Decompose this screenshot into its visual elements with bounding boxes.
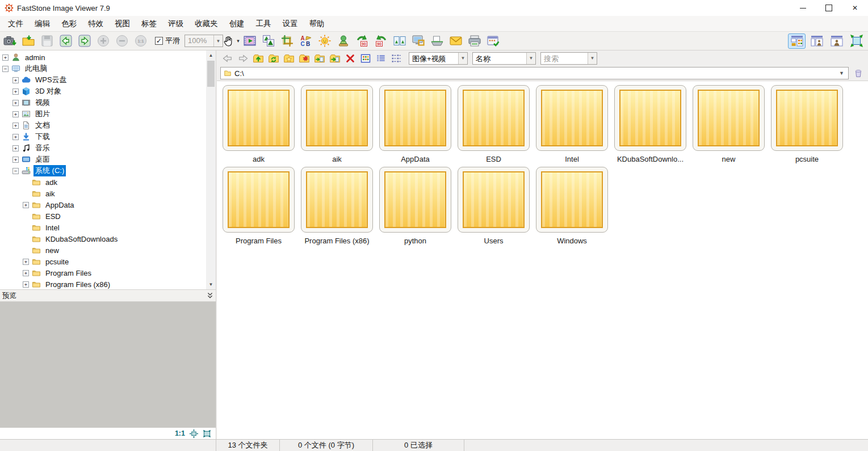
folder-item-new[interactable]: new [693, 85, 765, 167]
address-input[interactable]: C:\ ▼ [220, 67, 849, 79]
tree-expand-icon[interactable]: + [23, 202, 29, 208]
copy-to-folder-button[interactable] [312, 52, 327, 65]
tree-item-adk[interactable]: adk [0, 176, 206, 188]
tree-item-桌面[interactable]: +桌面 [0, 154, 206, 165]
tree-item-program-files[interactable]: +Program Files [0, 267, 206, 279]
menu-item-6[interactable]: 评级 [162, 16, 189, 31]
folder-thumbnail[interactable] [223, 167, 295, 233]
viewer-view-button[interactable] [808, 33, 825, 49]
folder-thumbnail[interactable] [536, 167, 608, 233]
folder-item-pcsuite[interactable]: pcsuite [771, 85, 843, 167]
tree-item-图片[interactable]: +图片 [0, 108, 206, 120]
tree-item-aik[interactable]: aik [0, 188, 206, 199]
next-image-button[interactable] [77, 33, 92, 49]
tree-expand-icon[interactable]: + [2, 54, 9, 61]
tree-expand-icon[interactable]: + [12, 111, 19, 117]
fit-window-icon[interactable] [190, 429, 198, 438]
zoom-in-button[interactable] [95, 33, 111, 49]
browser-view-button[interactable] [788, 33, 806, 49]
menu-item-3[interactable]: 特效 [82, 16, 109, 31]
fullscreen-view-button[interactable] [848, 33, 865, 49]
screen-capture-button[interactable] [410, 33, 426, 49]
recycle-bin-button[interactable] [852, 67, 865, 79]
rotate-right-button[interactable]: 90 [373, 33, 388, 49]
compare-button[interactable] [392, 33, 407, 49]
tree-item-pcsuite[interactable]: +pcsuite [0, 256, 206, 267]
camera-download-button[interactable] [2, 33, 17, 49]
maximize-icon[interactable] [816, 0, 842, 16]
dropdown-arrow-icon[interactable]: ▼ [526, 53, 535, 64]
settings-button[interactable] [485, 33, 501, 49]
tree-item-文档[interactable]: +文档 [0, 120, 206, 131]
folder-thumbnail[interactable] [614, 85, 686, 151]
forward-button[interactable] [236, 52, 250, 65]
scrollbar-thumb[interactable] [207, 61, 215, 87]
rename-button[interactable]: ACB [298, 33, 313, 49]
folder-item-esd[interactable]: ESD [458, 85, 530, 167]
tree-item-admin[interactable]: +admin [0, 52, 206, 63]
print-button[interactable] [467, 33, 482, 49]
tree-item-此电脑[interactable]: −此电脑 [0, 63, 206, 74]
file-filter-select[interactable]: 图像+视频▼ [409, 52, 468, 65]
menu-item-10[interactable]: 设置 [277, 16, 304, 31]
tree-item-音乐[interactable]: +音乐 [0, 142, 206, 154]
scroll-up-icon[interactable]: ▲ [206, 50, 216, 60]
folder-item-program-files[interactable]: Program Files [223, 167, 295, 248]
folder-thumbnail[interactable] [301, 167, 373, 233]
tree-item-视频[interactable]: +视频 [0, 97, 206, 108]
menu-item-4[interactable]: 视图 [109, 16, 136, 31]
tree-expand-icon[interactable]: + [12, 145, 19, 151]
menu-item-5[interactable]: 标签 [136, 16, 162, 31]
open-folder-button[interactable] [20, 33, 36, 49]
scan-button[interactable] [429, 33, 445, 49]
tree-expand-icon[interactable]: + [23, 270, 29, 276]
tree-expand-icon[interactable]: − [2, 66, 9, 72]
tree-item-下载[interactable]: +下载 [0, 131, 206, 142]
scroll-down-icon[interactable]: ▼ [206, 280, 216, 289]
folder-item-kdubasoftdownlo[interactable]: KDubaSoftDownlo... [614, 85, 686, 167]
resize-button[interactable] [261, 33, 276, 49]
menu-item-0[interactable]: 文件 [2, 16, 29, 31]
clone-stamp-button[interactable] [336, 33, 351, 49]
minimize-icon[interactable] [790, 0, 816, 16]
folder-thumbnail[interactable] [693, 85, 765, 151]
delete-button[interactable] [343, 52, 358, 65]
thumbnail-view-button[interactable] [358, 52, 373, 65]
tree-item-new[interactable]: new [0, 245, 206, 256]
rotate-left-button[interactable]: 90 [354, 33, 370, 49]
tree-expand-icon[interactable]: + [12, 157, 19, 163]
folder-item-appdata[interactable]: AppData [379, 85, 451, 167]
zoom-out-button[interactable] [114, 33, 129, 49]
folder-thumbnail[interactable] [536, 85, 608, 151]
folder-item-windows[interactable]: Windows [536, 167, 608, 248]
menu-item-1[interactable]: 编辑 [29, 16, 56, 31]
hand-tool-button[interactable]: ▾ [223, 33, 238, 49]
menu-item-9[interactable]: 工具 [250, 16, 277, 31]
list-view-button[interactable] [389, 52, 404, 65]
previous-image-button[interactable] [58, 33, 73, 49]
tree-item-esd[interactable]: ESD [0, 210, 206, 222]
close-icon[interactable] [842, 0, 868, 16]
folder-thumbnail[interactable] [771, 85, 843, 151]
zoom-level-select[interactable]: 100%▼ [184, 35, 223, 47]
save-button[interactable] [39, 33, 54, 49]
folder-item-users[interactable]: Users [458, 167, 530, 248]
folder-new-button[interactable] [297, 52, 312, 65]
tree-expand-icon[interactable]: + [12, 77, 19, 83]
folder-thumbnail[interactable] [458, 167, 530, 233]
menu-item-8[interactable]: 创建 [224, 16, 250, 31]
move-to-folder-button[interactable] [328, 52, 342, 65]
folder-item-python[interactable]: python [379, 167, 451, 248]
tree-item-appdata[interactable]: +AppData [0, 199, 206, 210]
tree-item-kdubasoftdownloads[interactable]: KDubaSoftDownloads [0, 233, 206, 245]
tree-item-3d-对象[interactable]: +3D 对象 [0, 86, 206, 97]
dropdown-caret-icon[interactable]: ▾ [237, 38, 240, 44]
tree-expand-icon[interactable]: + [12, 134, 19, 140]
tree-expand-icon[interactable]: + [23, 259, 29, 265]
tree-expand-icon[interactable]: − [12, 168, 19, 174]
folder-favorites-button[interactable] [282, 52, 296, 65]
folder-thumbnail[interactable] [223, 85, 295, 151]
folder-thumbnail[interactable] [458, 85, 530, 151]
folder-up-button[interactable] [251, 52, 266, 65]
search-select[interactable]: 搜索▼ [540, 52, 597, 65]
